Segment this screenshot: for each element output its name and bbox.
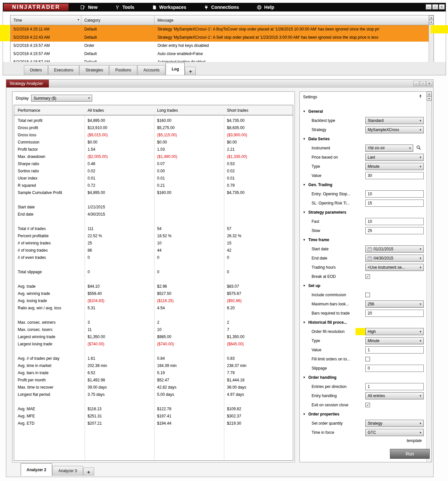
log-cell-message: Order entry hot keys disabled <box>154 42 429 50</box>
time-in-force-select[interactable]: GTC▼ <box>365 429 424 436</box>
entries-per-direction-input[interactable]: 1 <box>365 383 424 390</box>
sl-opening-risk-ti-input[interactable]: 15 <box>365 200 424 207</box>
menu-workspaces[interactable]: Workspaces <box>152 5 186 10</box>
collapse-triangle-icon[interactable]: ▼ <box>303 321 306 324</box>
tab-positions[interactable]: Positions <box>109 65 137 75</box>
collapse-triangle-icon[interactable]: ▼ <box>303 137 306 141</box>
tab-analyzer-3[interactable]: Analyzer 3 <box>52 466 83 476</box>
backtest-type-select[interactable]: Standard▼ <box>365 117 424 124</box>
scroll-up-icon[interactable]: ▲ <box>429 15 434 20</box>
menu-connections[interactable]: Connections <box>204 5 239 10</box>
perf-value: ($116.25) <box>154 297 224 304</box>
collapse-triangle-icon[interactable]: ▼ <box>303 211 306 214</box>
log-column-header-message[interactable]: Message <box>154 15 429 25</box>
start-date-picker[interactable]: 01/21/2015▼ <box>365 245 424 253</box>
menu-help[interactable]: Help <box>257 5 274 10</box>
fast-input[interactable]: 10 <box>365 218 424 225</box>
search-icon[interactable] <box>416 145 421 151</box>
analyzer-left-panel: Display Summary ($) ▼ PerformanceAll tra… <box>12 91 295 462</box>
end-date-picker[interactable]: 04/30/2015▼ <box>365 255 424 262</box>
entry-handling-select[interactable]: All entries▼ <box>365 392 424 399</box>
scroll-up-icon[interactable]: ▲ <box>427 92 432 96</box>
break-at-eod-checkbox[interactable]: ✓ <box>365 274 370 279</box>
collapse-triangle-icon[interactable]: ▼ <box>303 284 306 287</box>
log-column-header-category[interactable]: Category <box>81 15 154 25</box>
collapse-triangle-icon[interactable]: ▼ <box>303 413 306 416</box>
value-input[interactable]: 1 <box>365 346 424 354</box>
trading-hours-select[interactable]: <Use instrument se...▼ <box>365 264 424 271</box>
time-filter-dropdown-icon[interactable]: ▼ <box>77 18 80 21</box>
slippage-input[interactable]: 0 <box>365 365 424 372</box>
section-order-properties[interactable]: ▼Order properties <box>300 410 426 419</box>
section-gen-trading[interactable]: ▼Gen. Trading <box>300 180 426 189</box>
tab-accounts[interactable]: Accounts <box>137 65 165 75</box>
value-input[interactable]: 30 <box>365 172 424 179</box>
section-order-handling[interactable]: ▼Order handling <box>300 373 426 382</box>
include-commission-checkbox[interactable] <box>365 293 370 297</box>
perf-value <box>224 312 293 319</box>
setting-label: Type <box>312 336 320 345</box>
tab-log[interactable]: Log <box>166 63 185 75</box>
tab-executions[interactable]: Executions <box>48 65 79 75</box>
perf-metric-label: Avg. MFE <box>14 413 85 420</box>
section-historical-fill-proce[interactable]: ▼Historical fill proce... <box>300 318 426 327</box>
fill-limit-orders-on-to-checkbox[interactable] <box>365 357 370 361</box>
maximize-button[interactable]: □ <box>432 4 438 10</box>
instrument-select[interactable]: YM ##-##▼ <box>365 144 413 152</box>
perf-value: $52.47 <box>154 376 224 384</box>
scroll-down-icon[interactable]: ▼ <box>427 96 432 101</box>
collapse-triangle-icon[interactable]: ▼ <box>303 238 306 241</box>
log-cell-category: Order <box>81 42 154 50</box>
perf-value: 0 <box>154 268 224 276</box>
maximize-button[interactable]: □ <box>420 81 426 86</box>
strategy-select[interactable]: MySampleXCross▼ <box>365 126 424 133</box>
menu-new[interactable]: New <box>80 5 97 10</box>
scroll-down-icon[interactable]: ▼ <box>429 20 434 25</box>
bars-required-to-trade-input[interactable]: 20 <box>365 310 424 317</box>
setting-row-trading-hours: Trading hours<Use instrument se...▼ <box>300 263 426 272</box>
log-row[interactable]: 5/2/2016 4:15:57 AMOrderOrder entry hot … <box>10 42 429 50</box>
close-button[interactable]: ✕ <box>426 81 432 86</box>
menu-tools[interactable]: Tools <box>115 5 134 10</box>
section-time-frame[interactable]: ▼Time frame <box>300 235 426 244</box>
section-set-up[interactable]: ▼Set up <box>300 281 426 290</box>
chevron-down-icon: ▼ <box>417 303 423 306</box>
section-strategy-parameters[interactable]: ▼Strategy parameters <box>300 208 426 217</box>
log-row[interactable]: 5/2/2016 4:25:11 AMDefaultStrategy 'MySa… <box>10 25 429 33</box>
section-data-series[interactable]: ▼Data Series <box>300 134 426 144</box>
type-select[interactable]: Minute▼ <box>365 163 424 170</box>
log-scrollbar[interactable]: ▲▼ <box>429 15 434 62</box>
collapse-triangle-icon[interactable]: ▼ <box>303 183 306 186</box>
tab-analyzer-2[interactable]: Analyzer 2 <box>21 463 52 476</box>
maximum-bars-look-select[interactable]: 256▼ <box>365 300 424 308</box>
order-fill-resolution-select[interactable]: High▼ <box>365 328 424 335</box>
display-select[interactable]: Summary ($) ▼ <box>31 95 92 102</box>
add-tab-button[interactable]: + <box>185 67 196 75</box>
section-title: Data Series <box>308 137 330 141</box>
log-row[interactable]: 5/2/2016 4:15:57 AMDefaultAuto close ena… <box>10 50 429 58</box>
menu-label: Help <box>264 5 274 10</box>
tab-orders[interactable]: Orders <box>24 65 48 75</box>
perf-value: $4,735.00 <box>224 189 293 196</box>
tab-strategies[interactable]: Strategies <box>79 65 109 75</box>
log-row[interactable]: 5/2/2016 4:22:43 AMDefaultStrategy 'MySa… <box>10 33 429 42</box>
exit-on-session-close-checkbox[interactable]: ✓ <box>365 403 370 407</box>
pin-icon[interactable] <box>418 94 422 100</box>
set-order-quantity-select[interactable]: Strategy▼ <box>365 420 424 427</box>
add-analyzer-tab-button[interactable]: + <box>83 468 94 476</box>
minimize-button[interactable]: ─ <box>413 81 419 86</box>
close-button[interactable]: ✕ <box>439 4 445 10</box>
template-link[interactable]: template <box>407 438 422 443</box>
log-column-header-time[interactable]: Time▼ <box>10 15 81 25</box>
slow-input[interactable]: 25 <box>365 227 424 234</box>
section-general[interactable]: ▼General <box>300 107 426 116</box>
type-select[interactable]: Minute▼ <box>365 337 424 344</box>
settings-sections: ▼GeneralBacktest typeStandard▼StrategyMy… <box>300 107 426 437</box>
chevron-down-icon: ▼ <box>86 97 92 100</box>
collapse-triangle-icon[interactable]: ▼ <box>303 110 306 113</box>
collapse-triangle-icon[interactable]: ▼ <box>303 376 306 379</box>
entry-opening-stop-input[interactable]: 10 <box>365 190 424 198</box>
price-based-on-select[interactable]: Last▼ <box>365 154 424 161</box>
minimize-button[interactable]: ─ <box>426 4 432 10</box>
run-button[interactable]: Run <box>390 449 430 459</box>
